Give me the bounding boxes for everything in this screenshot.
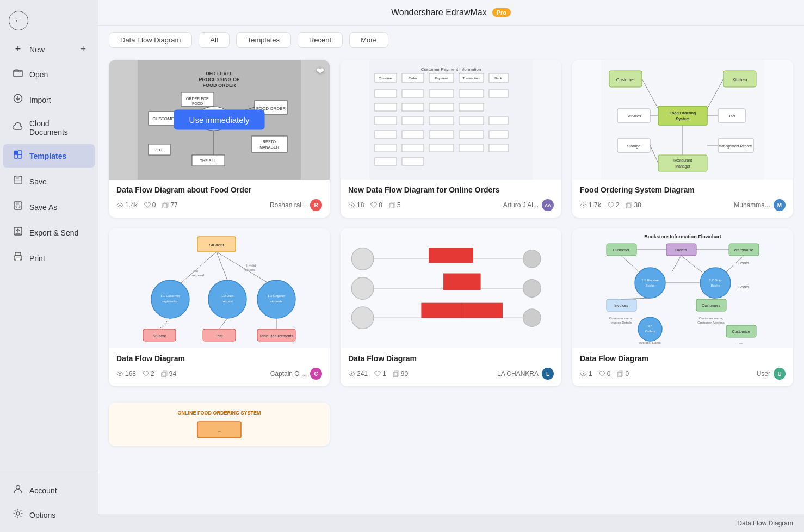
svg-text:Customer Address: Customer Address [697,321,724,324]
svg-rect-70 [375,131,397,138]
svg-point-120 [208,280,246,318]
sidebar-item-new[interactable]: + New + [3,38,95,60]
category-chip-2[interactable]: All [199,32,229,48]
sidebar-item-templates[interactable]: Templates [3,144,95,168]
svg-text:...: ... [739,341,743,344]
sidebar-item-saveas[interactable]: Save As [3,195,95,219]
svg-text:Storage: Storage [627,144,641,149]
svg-text:Invoice Details: Invoice Details [610,321,632,324]
card-thumbnail-5 [341,228,561,348]
views-stat-1: 1.4k [116,201,138,209]
svg-rect-2 [14,151,18,154]
card-grid-row3: ONLINE FOOD ORDERING SYSTEM ... [109,397,793,446]
svg-rect-68 [459,117,484,125]
category-row: Data Flow Diagram All Templates Recent M… [109,26,793,54]
author-avatar-3: M [774,199,786,211]
svg-rect-143 [162,372,166,377]
heart-icon-1[interactable]: ❤ [316,65,324,77]
svg-rect-62 [402,103,424,111]
sidebar-item-print[interactable]: Print [3,246,95,270]
svg-rect-76 [402,144,424,152]
svg-point-15 [16,486,20,490]
svg-rect-65 [375,117,397,125]
author-avatar-6: U [774,368,786,380]
svg-rect-0 [14,70,22,77]
author-avatar-2: AA [542,199,554,211]
svg-text:1.1 Customer: 1.1 Customer [160,294,180,298]
svg-rect-8 [15,180,21,184]
sidebar-bottom: Account Options [0,473,98,528]
card-meta-6: 1 0 0 User U [580,368,786,380]
category-chip-1[interactable]: Data Flow Diagram [109,32,192,48]
card-thumbnail-7: ONLINE FOOD ORDERING SYSTEM ... [109,403,330,446]
sidebar-item-open[interactable]: Open [3,63,95,86]
svg-rect-14 [16,258,20,261]
svg-text:Invalid: Invalid [246,264,256,267]
card-meta-3: 1.7k 2 38 Muhamma... M [580,199,786,211]
card-title-2: New Data Flow Diagram for Online Orders [348,185,554,195]
likes-stat-4: 2 [143,370,154,378]
svg-text:Bookstore Information Flowchar: Bookstore Information Flowchart [644,234,721,239]
card-title-1: Data Flow Diagram about Food Order [116,185,322,195]
card-thumbnail-2: Customer Payment Information Customer Or… [341,60,561,180]
author-1: Roshan rai... R [270,199,322,211]
category-chip-3[interactable]: Templates [236,32,291,48]
sidebar-item-import[interactable]: Import [3,88,95,112]
saveas-icon [12,201,24,213]
svg-point-157 [523,280,541,297]
card-meta-4: 168 2 94 Captain O ... C [116,368,322,380]
svg-rect-90 [658,106,707,125]
svg-text:Customer name,: Customer name, [699,317,723,320]
template-card-6[interactable]: Bookstore Information Flowchart Customer… [572,228,793,386]
svg-point-117 [151,280,189,318]
svg-text:Books: Books [738,261,749,265]
sidebar-item-export[interactable]: Export & Send [3,221,95,244]
svg-text:request: request [244,268,255,271]
template-card-5[interactable]: Data Flow Diagram 241 1 90 [341,228,561,386]
back-button[interactable]: ← [0,4,98,37]
svg-point-172 [635,268,665,298]
sidebar-item-save-label: Save [29,177,47,186]
category-chip-5[interactable]: More [349,32,388,48]
svg-text:MANAGER: MANAGER [259,145,279,149]
copies-stat-4: 94 [161,370,176,378]
svg-rect-42 [163,203,167,208]
author-6: User U [757,368,786,380]
svg-text:Bank: Bank [494,77,503,80]
svg-text:2.C Ship: 2.C Ship [709,279,722,282]
svg-point-82 [351,205,352,206]
diagram-type-label: Data Flow Diagram [737,519,793,527]
svg-text:Customize: Customize [732,330,750,333]
use-immediately-button-1[interactable]: Use immediately [174,110,265,130]
svg-text:Customer: Customer [616,77,635,82]
sidebar-item-print-label: Print [29,254,45,263]
main-content: Wondershare EdrawMax Pro Data Flow Diagr… [98,0,804,532]
svg-text:Orders: Orders [675,248,687,252]
card-info-5: Data Flow Diagram 241 1 90 [341,348,561,386]
svg-point-186 [638,317,662,341]
sidebar-item-cloud[interactable]: Cloud Documents [3,114,95,142]
svg-text:Test: Test [216,334,223,338]
category-chip-4[interactable]: Recent [298,32,343,48]
svg-text:Books: Books [711,284,720,287]
template-card-1[interactable]: DFD LEVEL PROCESSING OF FOOD ORDER CUSTO… [109,60,330,218]
template-card-2[interactable]: Customer Payment Information Customer Or… [341,60,561,218]
svg-rect-58 [429,90,454,97]
card-thumbnail-1: DFD LEVEL PROCESSING OF FOOD ORDER CUSTO… [109,60,330,180]
svg-text:Invoices: Invoices [614,304,628,307]
svg-rect-57 [402,90,424,97]
card-info-3: Food Ordering System Diagram 1.7k 2 3 [572,180,793,218]
sidebar-item-save[interactable]: Save [3,170,95,193]
svg-text:Student: Student [153,334,166,338]
template-card-4[interactable]: Student 1.1 Customer registration 1.2 Da… [109,228,330,386]
import-icon [12,94,24,106]
svg-point-111 [583,205,584,206]
svg-text:registration: registration [162,300,178,303]
svg-text:RESTO: RESTO [263,140,276,144]
sidebar-item-options-label: Options [29,511,55,519]
template-card-3[interactable]: Customer Kitchen Food Ordering System Se… [572,60,793,218]
sidebar-item-cloud-label: Cloud Documents [29,119,86,137]
sidebar-item-options[interactable]: Options [3,503,95,527]
template-card-7[interactable]: ONLINE FOOD ORDERING SYSTEM ... [109,403,330,446]
sidebar-item-account[interactable]: Account [3,479,95,502]
